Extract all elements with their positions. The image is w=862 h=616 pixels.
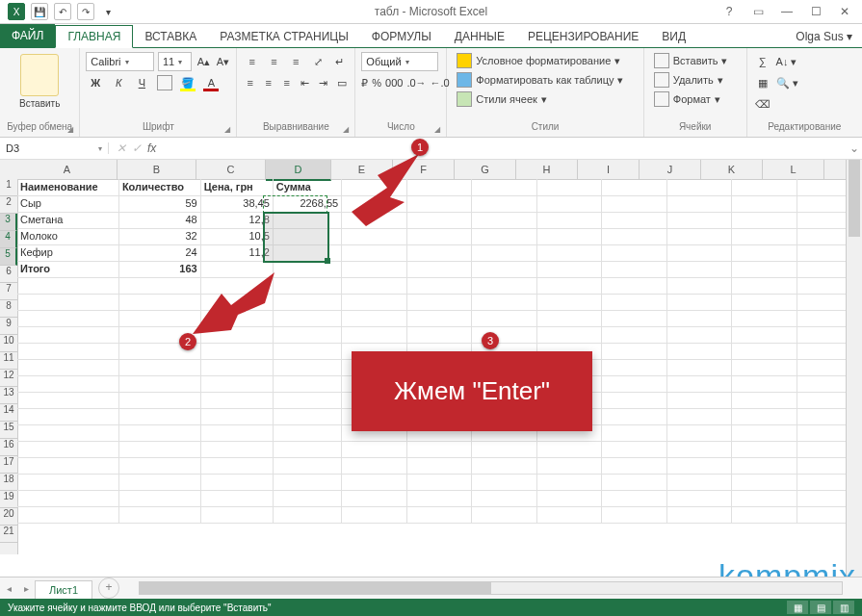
cell[interactable]	[537, 179, 602, 196]
row-header[interactable]: 15	[0, 422, 17, 439]
row-header[interactable]: 2	[0, 196, 17, 214]
row-header[interactable]: 17	[0, 456, 17, 474]
cell[interactable]: 48	[119, 212, 201, 229]
cell[interactable]	[667, 212, 732, 229]
cell[interactable]	[537, 195, 602, 213]
column-header[interactable]: G	[455, 160, 516, 179]
cell[interactable]	[602, 294, 666, 311]
row-header[interactable]: 1	[0, 179, 17, 196]
cell[interactable]: 163	[119, 261, 201, 278]
cell[interactable]	[201, 441, 274, 458]
column-header[interactable]: K	[701, 160, 763, 179]
row-header[interactable]: 14	[0, 404, 17, 422]
cell[interactable]	[732, 474, 797, 491]
align-right-icon[interactable]: ≡	[279, 73, 294, 92]
cell[interactable]	[537, 326, 602, 344]
cell[interactable]	[17, 490, 119, 507]
cell[interactable]	[17, 506, 119, 524]
row-header[interactable]: 5	[0, 248, 17, 266]
save-icon[interactable]: 💾	[31, 3, 48, 20]
insert-cells-button[interactable]: Вставить ▾	[650, 52, 741, 69]
sheet-nav-prev-icon[interactable]: ◂	[0, 583, 17, 594]
cell[interactable]	[667, 310, 732, 327]
cell[interactable]	[407, 457, 472, 475]
cell[interactable]	[407, 212, 472, 229]
cell[interactable]	[732, 375, 797, 393]
cell[interactable]	[274, 343, 342, 360]
cell[interactable]	[602, 474, 666, 491]
cell[interactable]	[201, 424, 274, 442]
cancel-formula-icon[interactable]: ✕	[117, 141, 126, 155]
currency-icon[interactable]: ₽	[361, 73, 368, 92]
cell[interactable]	[537, 228, 602, 245]
vertical-scrollbar[interactable]	[846, 160, 862, 578]
cell[interactable]	[17, 375, 119, 393]
cell[interactable]	[119, 277, 201, 295]
row-header[interactable]: 12	[0, 370, 17, 387]
cell[interactable]	[17, 457, 119, 475]
cell[interactable]	[119, 359, 201, 376]
cell[interactable]: Сметана	[17, 212, 119, 229]
cell[interactable]: Наименование	[17, 179, 119, 196]
column-header[interactable]: H	[516, 160, 578, 179]
cell[interactable]	[732, 490, 797, 507]
font-size-combo[interactable]: 11▾	[158, 52, 193, 71]
ribbon-display-icon[interactable]: ▭	[744, 2, 771, 21]
cell[interactable]	[119, 375, 201, 393]
cell[interactable]	[342, 457, 406, 475]
cell[interactable]	[667, 441, 732, 458]
bold-button[interactable]: Ж	[86, 73, 105, 92]
cell[interactable]	[667, 277, 732, 295]
cell[interactable]	[274, 424, 342, 442]
cell[interactable]	[201, 474, 274, 491]
dialog-launcher-icon[interactable]: ◢	[67, 125, 77, 135]
cell[interactable]	[537, 261, 602, 278]
cell[interactable]	[119, 310, 201, 327]
decrease-font-icon[interactable]: A▾	[215, 52, 230, 71]
cell[interactable]: Молоко	[17, 228, 119, 245]
cell[interactable]	[407, 441, 472, 458]
cell[interactable]	[472, 474, 536, 491]
cell[interactable]	[407, 179, 472, 196]
row-header[interactable]: 3	[0, 214, 17, 231]
cell[interactable]	[667, 179, 732, 196]
cell[interactable]	[342, 310, 406, 327]
cell[interactable]	[17, 392, 119, 409]
cell[interactable]	[537, 277, 602, 295]
add-sheet-button[interactable]: +	[98, 578, 119, 599]
cell[interactable]	[537, 212, 602, 229]
cell[interactable]	[342, 326, 406, 344]
cell[interactable]: Количество	[119, 179, 201, 196]
cell[interactable]	[472, 277, 536, 295]
cell[interactable]	[17, 424, 119, 442]
align-top-icon[interactable]: ≡	[243, 52, 261, 71]
cell[interactable]: 59	[119, 195, 201, 213]
cell[interactable]	[201, 359, 274, 376]
cell[interactable]	[667, 375, 732, 393]
row-header[interactable]: 7	[0, 283, 17, 300]
cell[interactable]	[119, 392, 201, 409]
clear-icon[interactable]: ⌫	[753, 94, 772, 114]
cell[interactable]	[407, 506, 472, 524]
cell[interactable]	[667, 195, 732, 213]
cell[interactable]	[201, 326, 274, 344]
row-header[interactable]: 6	[0, 266, 17, 283]
font-color-button[interactable]: A	[201, 73, 221, 92]
cell[interactable]	[472, 457, 536, 475]
cell[interactable]	[119, 441, 201, 458]
cell[interactable]	[119, 506, 201, 524]
cell[interactable]	[17, 310, 119, 327]
cell[interactable]	[342, 506, 406, 524]
cell[interactable]	[732, 343, 797, 360]
cell[interactable]	[602, 212, 666, 229]
row-header[interactable]: 9	[0, 318, 17, 335]
cell[interactable]	[667, 343, 732, 360]
cell[interactable]	[667, 359, 732, 376]
cell[interactable]	[342, 212, 406, 229]
column-header[interactable]: D	[266, 160, 331, 181]
cell[interactable]: Итого	[17, 261, 119, 278]
comma-icon[interactable]: 000	[385, 73, 403, 92]
sort-filter-button[interactable]: A↓ ▾	[776, 52, 797, 71]
help-icon[interactable]: ?	[716, 2, 743, 21]
format-as-table-button[interactable]: Форматировать как таблицу ▾	[453, 71, 637, 89]
